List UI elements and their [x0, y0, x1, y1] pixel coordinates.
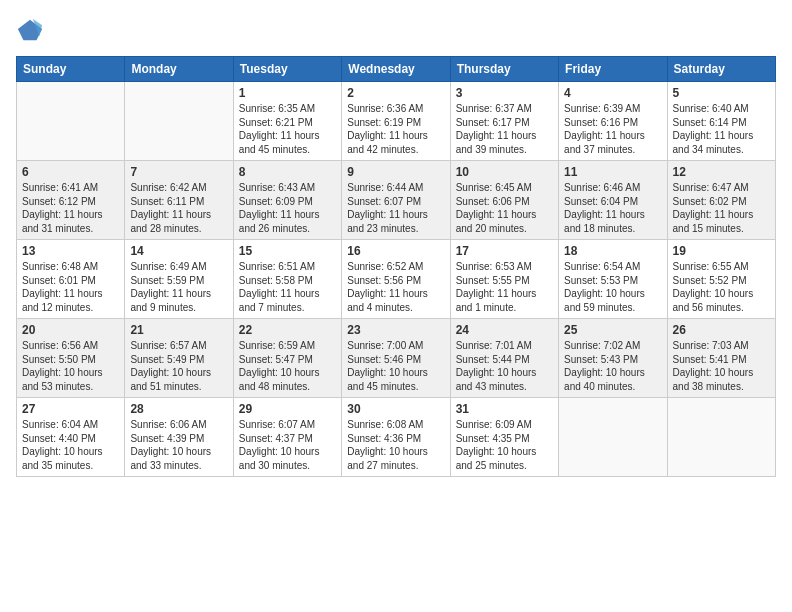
calendar-day-cell: 21Sunrise: 6:57 AM Sunset: 5:49 PM Dayli… — [125, 319, 233, 398]
day-info: Sunrise: 6:04 AM Sunset: 4:40 PM Dayligh… — [22, 418, 119, 472]
calendar-day-cell: 22Sunrise: 6:59 AM Sunset: 5:47 PM Dayli… — [233, 319, 341, 398]
calendar-week-row: 13Sunrise: 6:48 AM Sunset: 6:01 PM Dayli… — [17, 240, 776, 319]
calendar-day-cell: 31Sunrise: 6:09 AM Sunset: 4:35 PM Dayli… — [450, 398, 558, 477]
day-info: Sunrise: 6:55 AM Sunset: 5:52 PM Dayligh… — [673, 260, 770, 314]
calendar-day-cell — [667, 398, 775, 477]
day-info: Sunrise: 6:44 AM Sunset: 6:07 PM Dayligh… — [347, 181, 444, 235]
day-info: Sunrise: 6:52 AM Sunset: 5:56 PM Dayligh… — [347, 260, 444, 314]
day-number: 7 — [130, 165, 227, 179]
day-number: 14 — [130, 244, 227, 258]
calendar-day-cell: 19Sunrise: 6:55 AM Sunset: 5:52 PM Dayli… — [667, 240, 775, 319]
calendar-col-header: Wednesday — [342, 57, 450, 82]
day-info: Sunrise: 6:36 AM Sunset: 6:19 PM Dayligh… — [347, 102, 444, 156]
day-info: Sunrise: 6:48 AM Sunset: 6:01 PM Dayligh… — [22, 260, 119, 314]
day-info: Sunrise: 6:06 AM Sunset: 4:39 PM Dayligh… — [130, 418, 227, 472]
calendar-day-cell: 29Sunrise: 6:07 AM Sunset: 4:37 PM Dayli… — [233, 398, 341, 477]
calendar-day-cell: 5Sunrise: 6:40 AM Sunset: 6:14 PM Daylig… — [667, 82, 775, 161]
calendar-day-cell: 6Sunrise: 6:41 AM Sunset: 6:12 PM Daylig… — [17, 161, 125, 240]
calendar-day-cell: 13Sunrise: 6:48 AM Sunset: 6:01 PM Dayli… — [17, 240, 125, 319]
calendar-day-cell: 3Sunrise: 6:37 AM Sunset: 6:17 PM Daylig… — [450, 82, 558, 161]
day-number: 6 — [22, 165, 119, 179]
calendar-day-cell: 23Sunrise: 7:00 AM Sunset: 5:46 PM Dayli… — [342, 319, 450, 398]
day-info: Sunrise: 7:02 AM Sunset: 5:43 PM Dayligh… — [564, 339, 661, 393]
calendar-day-cell: 16Sunrise: 6:52 AM Sunset: 5:56 PM Dayli… — [342, 240, 450, 319]
calendar-day-cell: 30Sunrise: 6:08 AM Sunset: 4:36 PM Dayli… — [342, 398, 450, 477]
day-info: Sunrise: 6:09 AM Sunset: 4:35 PM Dayligh… — [456, 418, 553, 472]
calendar-day-cell: 10Sunrise: 6:45 AM Sunset: 6:06 PM Dayli… — [450, 161, 558, 240]
day-number: 2 — [347, 86, 444, 100]
day-number: 15 — [239, 244, 336, 258]
calendar-day-cell: 11Sunrise: 6:46 AM Sunset: 6:04 PM Dayli… — [559, 161, 667, 240]
day-number: 20 — [22, 323, 119, 337]
day-number: 12 — [673, 165, 770, 179]
logo-icon — [16, 16, 44, 44]
calendar-body: 1Sunrise: 6:35 AM Sunset: 6:21 PM Daylig… — [17, 82, 776, 477]
calendar-col-header: Monday — [125, 57, 233, 82]
day-info: Sunrise: 6:51 AM Sunset: 5:58 PM Dayligh… — [239, 260, 336, 314]
calendar-day-cell: 12Sunrise: 6:47 AM Sunset: 6:02 PM Dayli… — [667, 161, 775, 240]
calendar-col-header: Friday — [559, 57, 667, 82]
day-info: Sunrise: 6:46 AM Sunset: 6:04 PM Dayligh… — [564, 181, 661, 235]
calendar-day-cell — [17, 82, 125, 161]
day-info: Sunrise: 6:39 AM Sunset: 6:16 PM Dayligh… — [564, 102, 661, 156]
day-number: 18 — [564, 244, 661, 258]
day-info: Sunrise: 6:43 AM Sunset: 6:09 PM Dayligh… — [239, 181, 336, 235]
day-info: Sunrise: 6:54 AM Sunset: 5:53 PM Dayligh… — [564, 260, 661, 314]
day-info: Sunrise: 6:37 AM Sunset: 6:17 PM Dayligh… — [456, 102, 553, 156]
day-number: 9 — [347, 165, 444, 179]
day-number: 10 — [456, 165, 553, 179]
day-number: 27 — [22, 402, 119, 416]
day-number: 19 — [673, 244, 770, 258]
calendar-week-row: 20Sunrise: 6:56 AM Sunset: 5:50 PM Dayli… — [17, 319, 776, 398]
calendar-day-cell: 1Sunrise: 6:35 AM Sunset: 6:21 PM Daylig… — [233, 82, 341, 161]
day-number: 26 — [673, 323, 770, 337]
calendar-day-cell: 7Sunrise: 6:42 AM Sunset: 6:11 PM Daylig… — [125, 161, 233, 240]
day-info: Sunrise: 6:41 AM Sunset: 6:12 PM Dayligh… — [22, 181, 119, 235]
calendar-day-cell: 14Sunrise: 6:49 AM Sunset: 5:59 PM Dayli… — [125, 240, 233, 319]
calendar-day-cell: 27Sunrise: 6:04 AM Sunset: 4:40 PM Dayli… — [17, 398, 125, 477]
calendar-day-cell: 2Sunrise: 6:36 AM Sunset: 6:19 PM Daylig… — [342, 82, 450, 161]
calendar-day-cell: 24Sunrise: 7:01 AM Sunset: 5:44 PM Dayli… — [450, 319, 558, 398]
calendar-day-cell: 28Sunrise: 6:06 AM Sunset: 4:39 PM Dayli… — [125, 398, 233, 477]
logo — [16, 16, 48, 44]
day-number: 28 — [130, 402, 227, 416]
calendar-table: SundayMondayTuesdayWednesdayThursdayFrid… — [16, 56, 776, 477]
day-number: 31 — [456, 402, 553, 416]
calendar-day-cell: 26Sunrise: 7:03 AM Sunset: 5:41 PM Dayli… — [667, 319, 775, 398]
calendar-day-cell: 4Sunrise: 6:39 AM Sunset: 6:16 PM Daylig… — [559, 82, 667, 161]
calendar-col-header: Thursday — [450, 57, 558, 82]
day-number: 22 — [239, 323, 336, 337]
calendar-header-row: SundayMondayTuesdayWednesdayThursdayFrid… — [17, 57, 776, 82]
day-number: 4 — [564, 86, 661, 100]
day-info: Sunrise: 6:45 AM Sunset: 6:06 PM Dayligh… — [456, 181, 553, 235]
day-number: 24 — [456, 323, 553, 337]
day-number: 30 — [347, 402, 444, 416]
calendar-day-cell — [559, 398, 667, 477]
calendar-day-cell: 15Sunrise: 6:51 AM Sunset: 5:58 PM Dayli… — [233, 240, 341, 319]
day-info: Sunrise: 6:40 AM Sunset: 6:14 PM Dayligh… — [673, 102, 770, 156]
calendar-day-cell: 18Sunrise: 6:54 AM Sunset: 5:53 PM Dayli… — [559, 240, 667, 319]
day-number: 16 — [347, 244, 444, 258]
day-info: Sunrise: 6:47 AM Sunset: 6:02 PM Dayligh… — [673, 181, 770, 235]
day-info: Sunrise: 6:07 AM Sunset: 4:37 PM Dayligh… — [239, 418, 336, 472]
day-number: 1 — [239, 86, 336, 100]
calendar-day-cell — [125, 82, 233, 161]
day-info: Sunrise: 7:00 AM Sunset: 5:46 PM Dayligh… — [347, 339, 444, 393]
day-number: 5 — [673, 86, 770, 100]
day-info: Sunrise: 7:01 AM Sunset: 5:44 PM Dayligh… — [456, 339, 553, 393]
day-number: 21 — [130, 323, 227, 337]
calendar-col-header: Saturday — [667, 57, 775, 82]
calendar-day-cell: 9Sunrise: 6:44 AM Sunset: 6:07 PM Daylig… — [342, 161, 450, 240]
day-info: Sunrise: 7:03 AM Sunset: 5:41 PM Dayligh… — [673, 339, 770, 393]
day-number: 25 — [564, 323, 661, 337]
calendar-week-row: 1Sunrise: 6:35 AM Sunset: 6:21 PM Daylig… — [17, 82, 776, 161]
day-number: 8 — [239, 165, 336, 179]
calendar-col-header: Tuesday — [233, 57, 341, 82]
calendar-col-header: Sunday — [17, 57, 125, 82]
day-info: Sunrise: 6:59 AM Sunset: 5:47 PM Dayligh… — [239, 339, 336, 393]
day-info: Sunrise: 6:49 AM Sunset: 5:59 PM Dayligh… — [130, 260, 227, 314]
day-info: Sunrise: 6:56 AM Sunset: 5:50 PM Dayligh… — [22, 339, 119, 393]
calendar-week-row: 27Sunrise: 6:04 AM Sunset: 4:40 PM Dayli… — [17, 398, 776, 477]
day-number: 11 — [564, 165, 661, 179]
day-number: 29 — [239, 402, 336, 416]
